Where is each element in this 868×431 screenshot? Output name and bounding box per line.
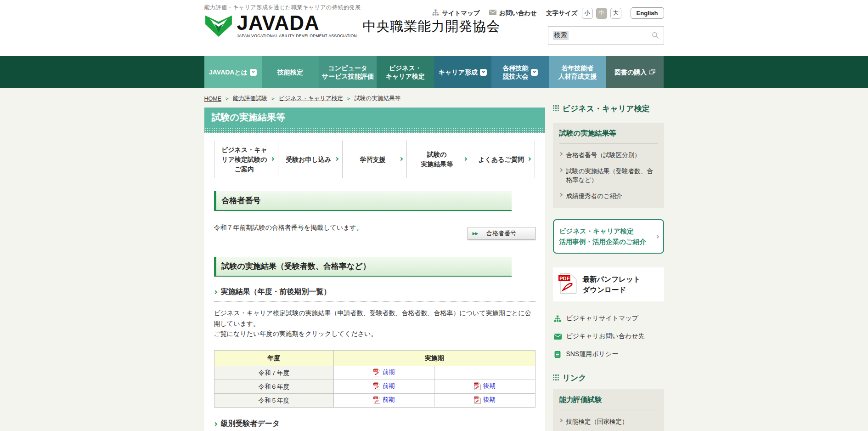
pdf-link-r5-zenki[interactable]: PDF 前期: [373, 396, 395, 404]
tab-moushikomi[interactable]: 受験お申し込み: [278, 141, 343, 178]
table-header-row: 年度 実施期: [214, 351, 535, 366]
pamphlet-download-button[interactable]: PDF 最新パンフレット ダウンロード: [553, 267, 664, 301]
font-size-medium-button[interactable]: 中: [596, 8, 607, 19]
breadcrumb-separator: ＞: [225, 95, 230, 102]
sidebar-box-header: 能力評価試験: [559, 395, 658, 410]
table-row: 令和７年度 PDF 前期: [214, 366, 535, 380]
contact-link[interactable]: お問い合わせ: [489, 9, 537, 17]
empty-cell: [434, 366, 535, 380]
document-icon: [554, 351, 562, 358]
mail-icon: [554, 334, 562, 340]
year-cell: 令和６年度: [214, 380, 334, 394]
year-cell: 令和５年度: [214, 394, 334, 408]
results-table: 年度 実施期 令和７年度: [214, 350, 535, 408]
mail-icon: [489, 10, 496, 17]
subheading-jisshi-kekka-ichiran: 実施結果（年度・前後期別一覧）: [214, 287, 535, 302]
global-nav: JAVADAとは 技能検定 コンピュータ サービス技能評価 ビジネス・ キャリア…: [0, 56, 868, 88]
logo-wordmark: JAVADA: [237, 14, 357, 32]
grid-icon: [553, 374, 559, 383]
logo-subtitle: JAPAN VOCATIONAL ABILITY DEVELOPMENT ASS…: [237, 34, 357, 38]
bizcareer-contact-link[interactable]: ビジキャリお問い合わせ先: [554, 332, 664, 340]
chevron-right-icon: [213, 422, 217, 426]
chevron-right-icon: [558, 152, 562, 156]
nav-item-about[interactable]: JAVADAとは: [204, 56, 262, 88]
sidebar-item-seiseki-yuushuusha[interactable]: 成績優秀者のご紹介: [559, 192, 658, 201]
sitemap-icon: [432, 9, 439, 17]
sidebar-item-shiken-jisshi-kekka[interactable]: 試験の実施結果（受験者数、合格率など）: [559, 167, 658, 185]
pdf-link-r6-kouki[interactable]: PDF 後期: [474, 382, 496, 390]
pdf-icon: PDF: [474, 396, 481, 404]
goukakusha-bangou-button[interactable]: ▶▶ 合格者番号: [468, 227, 535, 240]
breadcrumb-separator: ＞: [271, 95, 276, 102]
svg-text:PDF: PDF: [474, 383, 479, 385]
nav-item-jakunen-shien[interactable]: 若年技能者 人材育成支援: [549, 56, 606, 88]
nav-item-kyougi-taikai[interactable]: 各種技能 競技大会: [491, 56, 549, 88]
goukakusha-description: 令和７年前期試験の合格者番号を掲載しています。: [214, 224, 363, 232]
sidebar-box-header: 試験の実施結果等: [559, 129, 658, 144]
nav-item-ginou-kentei[interactable]: 技能検定: [262, 56, 319, 88]
nav-item-tosho-kounyuu[interactable]: 図書の購入: [606, 56, 664, 88]
chevron-down-icon: [480, 69, 487, 76]
breadcrumb: HOME ＞ 能力評価試験 ＞ ビジネス・キャリア検定 ＞ 試験の実施結果等: [204, 95, 664, 102]
tab-goannai[interactable]: ビジネス・キャ リア検定試験の ご案内: [214, 141, 279, 178]
tab-faq[interactable]: よくあるご質問: [471, 141, 535, 178]
chevron-right-icon: [558, 419, 562, 422]
svg-text:PDF: PDF: [474, 397, 479, 399]
tab-gakushuu-shien[interactable]: 学習支援: [343, 141, 407, 178]
page-title: 試験の実施結果等: [204, 108, 545, 128]
table-row: 令和５年度 PDF 前期: [214, 394, 535, 408]
font-size-small-button[interactable]: 小: [582, 8, 593, 19]
pdf-link-r6-zenki[interactable]: PDF 前期: [373, 382, 395, 390]
breadcrumb-nouryoku-hyouka[interactable]: 能力評価試験: [233, 95, 267, 102]
sitemap-link[interactable]: サイトマップ: [432, 9, 480, 17]
pdf-link-r5-kouki[interactable]: PDF 後期: [474, 396, 496, 404]
nav-item-career-keisei[interactable]: キャリア形成: [434, 56, 491, 88]
search-placeholder: 検索: [553, 31, 569, 40]
pdf-icon: PDF: [474, 382, 481, 390]
english-button[interactable]: English: [631, 7, 664, 19]
table-row: 令和６年度 PDF 前期: [214, 380, 535, 394]
bizcareer-sitemap-link[interactable]: ビジキャリサイトマップ: [554, 314, 664, 323]
sidebar-title-links: リンク: [553, 373, 664, 383]
sns-policy-link[interactable]: SNS運用ポリシー: [554, 350, 664, 358]
font-size-controls: 文字サイズ 小 中 大: [546, 8, 621, 19]
breadcrumb-current: 試験の実施結果等: [355, 95, 400, 102]
sidebar-item-goukakusha-bangou[interactable]: 合格者番号（試験区分別）: [559, 151, 658, 160]
tab-jisshi-kekka[interactable]: 試験の 実施結果等: [407, 141, 471, 178]
year-cell: 令和７年度: [214, 366, 334, 380]
chevron-right-icon: [213, 290, 217, 294]
search-input[interactable]: 検索: [548, 26, 664, 45]
chevron-right-icon: [463, 157, 467, 161]
svg-text:PDF: PDF: [559, 276, 570, 281]
katsuyou-jirei-banner[interactable]: ビジネス・キャリア検定 活用事例・活用企業のご紹介: [553, 219, 664, 254]
nav-item-computer-service[interactable]: コンピュータ サービス技能評価: [319, 56, 377, 88]
external-window-icon: [649, 68, 655, 76]
pdf-link-r7-zenki[interactable]: PDF 前期: [373, 368, 395, 376]
sidebar: ビジネス・キャリア検定 試験の実施結果等 合格者番号（試験区分別） 試験の実施結…: [553, 103, 664, 431]
breadcrumb-business-career[interactable]: ビジネス・キャリア検定: [279, 95, 343, 102]
section-heading-jisshi-kekka: 試験の実施結果（受験者数、合格率など）: [214, 257, 512, 277]
breadcrumb-home[interactable]: HOME: [204, 96, 222, 102]
nav-item-business-career[interactable]: ビジネス・ キャリア検定: [377, 56, 434, 88]
chevron-down-icon: [531, 69, 538, 76]
section-tabs: ビジネス・キャ リア検定試験の ご案内 受験お申し込み 学習支援 試験の 実施結…: [214, 141, 535, 178]
chevron-down-icon: [250, 69, 257, 76]
page-title-banner: 試験の実施結果等: [204, 108, 545, 133]
pdf-icon: PDF: [373, 369, 380, 376]
chevron-right-icon: [399, 157, 403, 161]
svg-text:PDF: PDF: [373, 397, 378, 399]
font-size-large-button[interactable]: 大: [610, 8, 621, 19]
search-icon[interactable]: [652, 32, 659, 39]
jisshi-kekka-description: ビジネス・キャリア検定試験の実施結果（申請者数、受験者数、合格者数、合格率）につ…: [214, 308, 535, 339]
column-header-period: 実施期: [334, 351, 535, 366]
grid-icon: [553, 104, 559, 113]
font-size-label: 文字サイズ: [546, 9, 577, 17]
org-name: 中央職業能力開発協会: [362, 17, 500, 36]
subheading-kyuubetsu-jukensha-data: 級別受験者データ: [214, 419, 535, 431]
sidebar-item-ginou-kentei[interactable]: 技能検定（国家検定）: [559, 417, 658, 426]
banner-dot-pattern: [204, 128, 545, 133]
column-header-year: 年度: [214, 351, 334, 366]
sidebar-quick-links: ビジキャリサイトマップ ビジキャリお問い合わせ先: [553, 314, 664, 358]
section-heading-goukakusha-bangou: 合格者番号: [214, 191, 512, 211]
main-content: 試験の実施結果等 ビジネス・キャ リア検定試験の ご案内 受験お申し込み 学習支…: [204, 108, 545, 431]
